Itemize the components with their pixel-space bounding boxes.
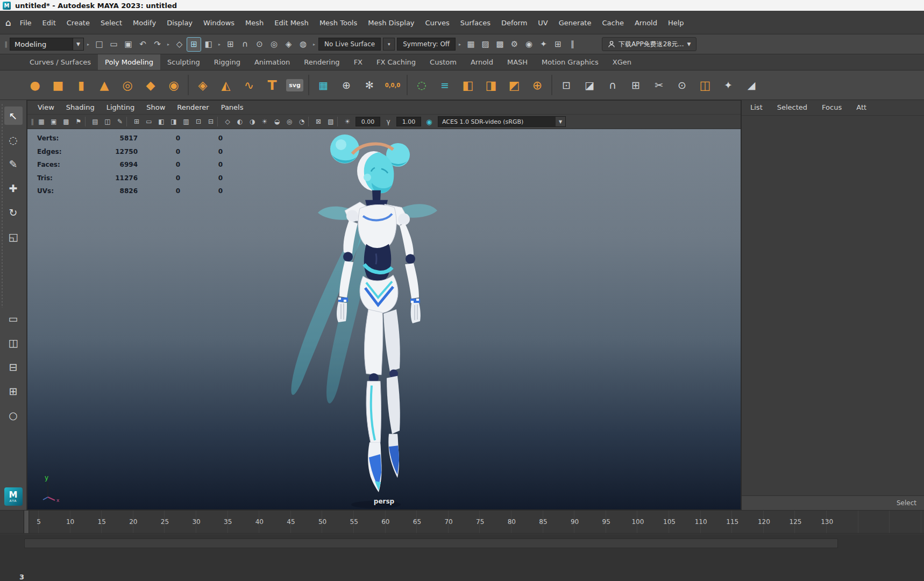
- menu-item[interactable]: Edit Mesh: [269, 16, 314, 30]
- crease-icon[interactable]: ◢: [742, 76, 760, 94]
- smooth-icon[interactable]: ✦: [719, 76, 737, 94]
- xray-icon[interactable]: ▧: [325, 116, 337, 127]
- image-plane-icon[interactable]: ▤: [89, 116, 101, 127]
- shelf-tab[interactable]: Rendering: [297, 54, 346, 70]
- menu-item[interactable]: Edit: [37, 16, 61, 30]
- extract-icon[interactable]: ◩: [505, 76, 523, 94]
- current-time-marker[interactable]: [24, 511, 29, 533]
- snap-to-curve-icon[interactable]: ∩: [238, 38, 252, 51]
- menu-item[interactable]: UV: [532, 16, 553, 30]
- combine-icon[interactable]: ◧: [459, 76, 477, 94]
- svg-tool-icon[interactable]: svg: [286, 79, 303, 91]
- menu-item[interactable]: Modify: [127, 16, 161, 30]
- safe-action-icon[interactable]: ⊡: [193, 116, 204, 127]
- attribute-editor-menu-item[interactable]: List: [750, 103, 763, 111]
- save-scene-icon[interactable]: ▣: [122, 38, 135, 51]
- two-pane-side-layout[interactable]: ◫: [4, 334, 23, 352]
- center-pivot-icon[interactable]: ⊕: [337, 76, 356, 94]
- color-management-icon[interactable]: ◉: [423, 116, 435, 127]
- undo-icon[interactable]: ↶: [136, 38, 150, 51]
- separate-icon[interactable]: ◨: [482, 76, 500, 94]
- camera-label[interactable]: persp: [374, 498, 394, 505]
- menu-item[interactable]: Arnold: [629, 16, 663, 30]
- poly-helix-icon[interactable]: ∿: [240, 76, 258, 94]
- character-model[interactable]: [27, 129, 741, 509]
- menu-item[interactable]: Display: [161, 16, 198, 30]
- render-current-frame-icon[interactable]: ▨: [479, 38, 492, 51]
- camera-attributes-icon[interactable]: ▩: [60, 116, 72, 127]
- lock-camera-icon[interactable]: ▣: [48, 116, 60, 127]
- shelf-tab[interactable]: Animation: [247, 54, 297, 70]
- shelf-tab[interactable]: FX: [347, 54, 369, 70]
- paint-select-tool[interactable]: ✎: [4, 155, 23, 173]
- select-hierarchy-mode-icon[interactable]: ◇: [173, 38, 186, 51]
- menu-item[interactable]: Surfaces: [455, 16, 496, 30]
- extrude-icon[interactable]: ⊡: [557, 76, 575, 94]
- ipr-render-icon[interactable]: ▩: [493, 38, 507, 51]
- zoom-tool[interactable]: ○: [4, 406, 23, 424]
- menu-set-value[interactable]: Modeling: [10, 38, 73, 51]
- statusline-grip[interactable]: ∥: [2, 40, 10, 48]
- make-live-icon[interactable]: ◍: [296, 38, 310, 51]
- gamma-field[interactable]: 1.00: [396, 117, 421, 126]
- live-surface-field[interactable]: No Live Surface: [318, 38, 381, 51]
- multi-cut-icon[interactable]: ✂: [650, 76, 668, 94]
- poly-cone-icon[interactable]: ▲: [95, 76, 113, 94]
- shadows-icon[interactable]: ◒: [271, 116, 283, 127]
- redo-icon[interactable]: ↷: [151, 38, 164, 51]
- two-d-pan-zoom-icon[interactable]: ◫: [102, 116, 113, 127]
- viewport-canvas[interactable]: Verts: 5817 0 0 Edges: 12750 0 0 Faces: …: [27, 129, 741, 509]
- range-slider-area[interactable]: 3: [0, 534, 924, 581]
- render-setup-icon[interactable]: ⊞: [551, 38, 565, 51]
- select-object-mode-icon[interactable]: ⊞: [187, 38, 201, 51]
- select-tool[interactable]: ↖: [4, 107, 23, 125]
- snap-to-grid-icon[interactable]: ⊞: [224, 38, 237, 51]
- snap-to-projected-center-icon[interactable]: ◎: [267, 38, 281, 51]
- pause-viewport-icon[interactable]: ∥: [566, 38, 579, 51]
- select-camera-icon[interactable]: ▦: [35, 116, 47, 127]
- viewport-menu-item[interactable]: Lighting: [101, 101, 141, 114]
- platonic-solid-icon[interactable]: ◈: [194, 76, 212, 94]
- motion-blur-icon[interactable]: ◔: [296, 116, 308, 127]
- film-gate-icon[interactable]: ▭: [143, 116, 155, 127]
- snap-to-point-icon[interactable]: ⊙: [253, 38, 266, 51]
- light-editor-icon[interactable]: ✦: [537, 38, 550, 51]
- menu-item[interactable]: Create: [61, 16, 95, 30]
- quad-draw-icon[interactable]: ⊞: [627, 76, 645, 94]
- symmetry-dropdown[interactable]: Symmetry: Off: [397, 38, 456, 51]
- safe-title-icon[interactable]: ⊟: [205, 116, 217, 127]
- open-render-view-icon[interactable]: ▦: [464, 38, 478, 51]
- scale-tool[interactable]: ◱: [4, 228, 23, 246]
- shelf-tab[interactable]: Sculpting: [160, 54, 207, 70]
- textured-mode-icon[interactable]: ◑: [246, 116, 258, 127]
- bevel-icon[interactable]: ◪: [580, 76, 599, 94]
- poly-pyramid-icon[interactable]: ◭: [217, 76, 235, 94]
- poly-sphere-icon[interactable]: ●: [26, 76, 44, 94]
- shelf-tab[interactable]: Curves / Surfaces: [23, 54, 98, 70]
- reset-transformations-icon[interactable]: 0,0,0: [383, 76, 402, 94]
- menu-item[interactable]: Mesh Display: [363, 16, 420, 30]
- view-transform-dropdown[interactable]: ACES 1.0 SDR-video (sRGB) ▼: [438, 116, 566, 127]
- boolean-icon[interactable]: ⊕: [528, 76, 546, 94]
- resolution-gate-icon[interactable]: ◧: [155, 116, 167, 127]
- attribute-editor-menu-item[interactable]: Selected: [777, 103, 807, 111]
- hypershade-icon[interactable]: ◉: [522, 38, 536, 51]
- poly-type-icon[interactable]: T: [263, 76, 281, 94]
- attribute-editor-menu-item[interactable]: Focus: [822, 103, 842, 111]
- viewport-menu-item[interactable]: Show: [140, 101, 171, 114]
- menu-item[interactable]: Curves: [420, 16, 455, 30]
- shaded-mode-icon[interactable]: ◐: [234, 116, 246, 127]
- four-pane-layout[interactable]: ⊞: [4, 382, 23, 400]
- home-icon[interactable]: ⌂: [5, 17, 11, 28]
- field-chart-icon[interactable]: ▥: [180, 116, 192, 127]
- two-pane-stacked-layout[interactable]: ⊟: [4, 358, 23, 376]
- menu-item[interactable]: Mesh: [240, 16, 269, 30]
- gamma-icon[interactable]: γ: [382, 116, 394, 127]
- use-all-lights-icon[interactable]: ☀: [259, 116, 271, 127]
- bridge-icon[interactable]: ∩: [603, 76, 622, 94]
- target-weld-icon[interactable]: ⊙: [673, 76, 691, 94]
- shelf-tab[interactable]: XGen: [606, 54, 638, 70]
- promo-dropdown-button[interactable]: 下载APP免费送28元... ▼: [602, 37, 696, 51]
- new-scene-icon[interactable]: □: [93, 38, 106, 51]
- exposure-field[interactable]: 0.00: [356, 117, 380, 126]
